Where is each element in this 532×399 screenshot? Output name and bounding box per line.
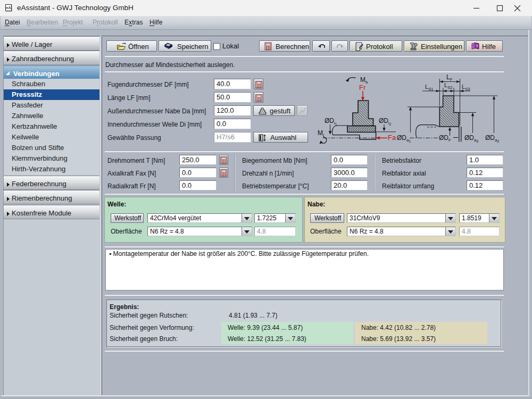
svg-text:LF: LF [446,73,453,82]
svg-text:Fr: Fr [359,84,366,92]
svg-text:Mt: Mt [318,129,325,138]
svg-text:ØDi2: ØDi2 [379,117,392,126]
svg-text:LS2: LS2 [444,82,452,90]
svg-text:ØDi1: ØDi1 [325,117,337,126]
svg-text:LS1: LS1 [425,84,433,92]
svg-text:ØDF: ØDF [439,134,451,143]
svg-text:ØDa2: ØDa2 [485,134,499,143]
svg-text:ØDa3: ØDa3 [464,134,478,143]
svg-text:Fa: Fa [388,134,396,142]
svg-text:ØDa1: ØDa1 [397,134,411,143]
svg-text:?: ? [476,44,478,48]
